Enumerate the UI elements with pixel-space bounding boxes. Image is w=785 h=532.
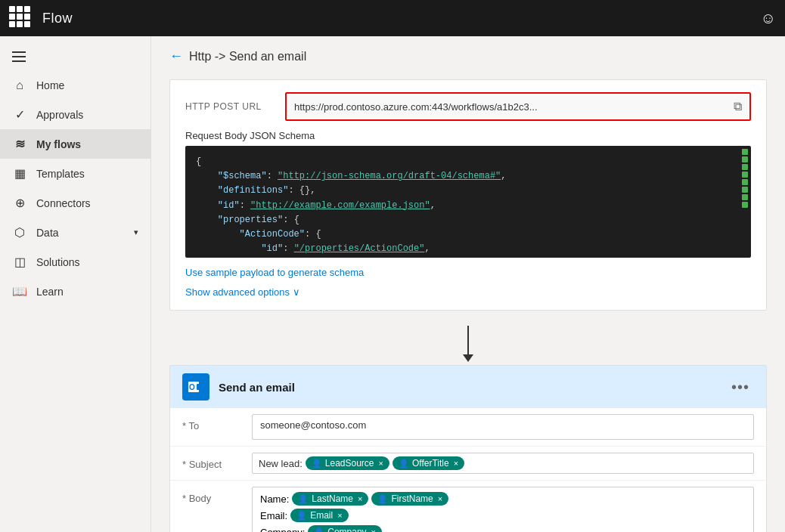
scroll-indicator xyxy=(742,149,749,255)
flow-arrow xyxy=(169,317,767,365)
sidebar-item-label: Approvals xyxy=(36,109,83,121)
code-line-1: { xyxy=(196,155,740,169)
templates-icon: ▦ xyxy=(12,166,27,181)
subject-prefix: New lead: xyxy=(259,458,303,469)
arrow-down-icon xyxy=(467,326,469,356)
sidebar-item-myflows[interactable]: ≋ My flows xyxy=(0,129,150,159)
code-block: { "$schema": "http://json-schema.org/dra… xyxy=(185,146,751,258)
tag-person-icon: 👤 xyxy=(312,459,322,469)
code-line-3: "definitions": {}, xyxy=(196,184,740,198)
subject-label: * Subject xyxy=(182,453,243,470)
tag-label: OfferTitle xyxy=(412,458,449,469)
company-tag: 👤 Company × xyxy=(308,525,382,532)
chevron-down-icon: ∨ xyxy=(293,286,300,298)
hamburger-button[interactable] xyxy=(0,42,150,71)
lastname-tag: 👤 LastName × xyxy=(292,492,368,506)
tag-remove-icon[interactable]: × xyxy=(379,459,383,468)
url-box: https://prod.contoso.azure.com:443/workf… xyxy=(285,92,751,121)
code-line-5: "properties": { xyxy=(196,213,740,227)
sidebar-item-label: Home xyxy=(36,79,64,91)
approvals-icon: ✓ xyxy=(12,107,27,122)
main-content: ← Http -> Send an email HTTP POST URL ht… xyxy=(151,36,785,532)
http-card: HTTP POST URL https://prod.contoso.azure… xyxy=(169,79,767,311)
learn-icon: 📖 xyxy=(12,284,27,298)
sidebar-item-templates[interactable]: ▦ Templates xyxy=(0,159,150,188)
myflows-icon: ≋ xyxy=(12,137,27,151)
subject-tag-container[interactable]: New lead: 👤 LeadSource × 👤 OfferTitle × xyxy=(252,453,754,474)
sidebar-item-label: Connectors xyxy=(36,197,91,209)
breadcrumb-text: Http -> Send an email xyxy=(189,50,306,63)
back-button[interactable]: ← xyxy=(169,48,183,64)
waffle-icon[interactable] xyxy=(9,6,33,30)
svg-rect-2 xyxy=(197,384,203,390)
smiley-icon[interactable]: ☺ xyxy=(761,10,776,27)
code-line-7: "id": "/properties/ActionCode", xyxy=(196,242,740,256)
lead-source-tag: 👤 LeadSource × xyxy=(306,456,389,470)
chevron-down-icon: ▾ xyxy=(134,227,138,237)
data-icon: ⬡ xyxy=(12,225,27,240)
app-title: Flow xyxy=(42,11,73,26)
to-field-row: * To someone@contoso.com xyxy=(170,408,766,447)
email-tag: 👤 Email × xyxy=(290,509,348,522)
subject-field-row: * Subject New lead: 👤 LeadSource × 👤 Off… xyxy=(170,447,766,481)
sidebar-item-label: Templates xyxy=(36,168,85,180)
code-line-8: "type": "string" xyxy=(196,256,740,258)
svg-text:O: O xyxy=(189,383,195,391)
sidebar-item-label: Data xyxy=(36,227,59,239)
url-label: HTTP POST URL xyxy=(185,101,276,112)
connectors-icon: ⊕ xyxy=(12,196,27,210)
body-email-line: Email: 👤 Email × xyxy=(260,509,746,522)
code-line-4: "id": "http://example.com/example.json", xyxy=(196,199,740,213)
schema-label: Request Body JSON Schema xyxy=(185,130,751,141)
ellipsis-button[interactable]: ••• xyxy=(727,377,754,397)
body-label: * Body xyxy=(182,487,243,504)
home-icon: ⌂ xyxy=(12,79,27,92)
tag-remove-icon[interactable]: × xyxy=(337,511,342,520)
show-advanced-label: Show advanced options xyxy=(185,286,290,298)
to-label: * To xyxy=(182,414,243,431)
tag-remove-icon[interactable]: × xyxy=(371,527,376,532)
sidebar-item-label: My flows xyxy=(36,138,81,150)
email-card: O Send an email ••• * To someone@contoso… xyxy=(169,365,767,532)
tag-remove-icon[interactable]: × xyxy=(358,494,362,503)
solutions-icon: ◫ xyxy=(12,255,27,269)
firstname-tag: 👤 FirstName × xyxy=(371,492,448,506)
breadcrumb: ← Http -> Send an email xyxy=(169,48,767,64)
body-tags-container[interactable]: Name: 👤 LastName × 👤 FirstName × xyxy=(252,487,754,532)
topnav: Flow ☺ xyxy=(0,0,785,36)
body-name-line: Name: 👤 LastName × 👤 FirstName × xyxy=(260,492,746,506)
sample-payload-link[interactable]: Use sample payload to generate schema xyxy=(185,267,364,278)
sidebar-item-connectors[interactable]: ⊕ Connectors xyxy=(0,188,150,218)
to-value[interactable]: someone@contoso.com xyxy=(252,414,754,440)
email-card-header: O Send an email ••• xyxy=(170,366,766,408)
sidebar-item-approvals[interactable]: ✓ Approvals xyxy=(0,100,150,129)
email-card-title: Send an email xyxy=(219,381,718,394)
sidebar-item-data[interactable]: ⬡ Data ▾ xyxy=(0,218,150,247)
sidebar-item-home[interactable]: ⌂ Home xyxy=(0,71,150,100)
tag-person-icon: 👤 xyxy=(399,459,409,469)
sidebar-item-label: Solutions xyxy=(36,256,80,268)
show-advanced-http[interactable]: Show advanced options ∨ xyxy=(185,286,751,298)
copy-icon[interactable]: ⧉ xyxy=(734,100,742,113)
sidebar-item-solutions[interactable]: ◫ Solutions xyxy=(0,247,150,277)
tag-label: LeadSource xyxy=(325,458,374,469)
sidebar: ⌂ Home ✓ Approvals ≋ My flows ▦ Template… xyxy=(0,36,151,532)
body-company-line: Company: 👤 Company × xyxy=(260,525,746,532)
sidebar-item-learn[interactable]: 📖 Learn xyxy=(0,277,150,306)
http-card-body: HTTP POST URL https://prod.contoso.azure… xyxy=(170,80,766,310)
code-line-6: "ActionCode": { xyxy=(196,227,740,242)
tag-remove-icon[interactable]: × xyxy=(438,494,442,503)
outlook-icon: O xyxy=(182,373,209,401)
url-value: https://prod.contoso.azure.com:443/workf… xyxy=(294,101,728,113)
url-field-row: HTTP POST URL https://prod.contoso.azure… xyxy=(185,92,751,121)
body-field-row: * Body Name: 👤 LastName × 👤 FirstName × xyxy=(170,481,766,532)
tag-remove-icon[interactable]: × xyxy=(454,459,458,468)
code-line-2: "$schema": "http://json-schema.org/draft… xyxy=(196,169,740,184)
offer-title-tag: 👤 OfferTitle × xyxy=(392,456,464,470)
hamburger-icon xyxy=(12,51,26,62)
sidebar-item-label: Learn xyxy=(36,286,64,298)
